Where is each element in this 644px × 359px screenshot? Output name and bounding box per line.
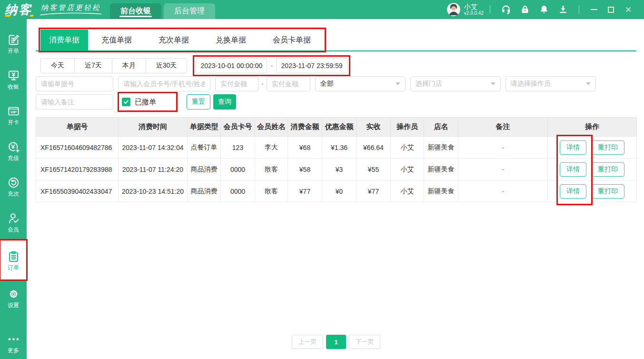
- tab-consume[interactable]: 消费单据: [40, 30, 88, 50]
- table-row: XF165714201792839882023-11-07 11:24:20商品…: [36, 159, 637, 180]
- cell-card_no: 0000: [221, 159, 255, 180]
- current-page-button[interactable]: 1: [326, 335, 346, 349]
- sidebar-item-open-order[interactable]: 开单: [0, 26, 27, 61]
- tab-exchange[interactable]: 兑换单据: [202, 30, 259, 50]
- cell-type: 商品消费: [188, 180, 221, 202]
- remark-input[interactable]: [36, 94, 113, 110]
- detail-button[interactable]: 详情: [560, 140, 586, 155]
- cell-amount: ¥68: [288, 137, 322, 159]
- cell-store: 新疆美食: [424, 159, 458, 180]
- settings-gear-icon: [7, 288, 20, 300]
- date-range-annotated: -: [196, 58, 347, 73]
- member-search-input[interactable]: [118, 76, 210, 91]
- cell-store: 新疆美食: [424, 180, 458, 202]
- cell-time: 2023-10-23 14:51:20: [119, 180, 188, 202]
- sidebar-item-label: 开单: [8, 48, 19, 54]
- cancelled-checkbox[interactable]: [122, 98, 130, 106]
- app-slogan: 纳客管店更轻松: [41, 3, 101, 12]
- sidebar-item-label: 充值: [8, 155, 19, 161]
- topnav-tab-front-cashier[interactable]: 前台收银: [110, 3, 161, 19]
- cell-paid: ¥77: [357, 180, 391, 202]
- cancelled-filter-annotated: 已撤单: [120, 94, 175, 110]
- quick-date-last30days[interactable]: 近30天: [146, 58, 188, 73]
- chevron-down-icon: [491, 82, 495, 85]
- detail-button[interactable]: 详情: [560, 184, 586, 199]
- sidebar-item-members[interactable]: 会员: [0, 204, 27, 240]
- tab-member-card[interactable]: 会员卡单据: [259, 30, 324, 50]
- cell-order_no: XF16571420179283988: [36, 159, 119, 180]
- cell-discount: ¥3: [322, 159, 357, 180]
- reprint-button[interactable]: 重打印: [591, 140, 624, 155]
- annotation-tabs-box: 消费单据充值单据充次单据兑换单据会员卡单据: [40, 30, 324, 50]
- cell-discount: ¥1.36: [322, 137, 357, 159]
- sidebar-item-recharge[interactable]: 充值: [0, 133, 27, 169]
- user-info: 小艾 v2.0.0.42: [447, 3, 484, 16]
- cell-remark: -: [458, 159, 548, 180]
- date-separator: -: [270, 62, 273, 70]
- operator-select[interactable]: 请选择操作员: [505, 76, 596, 91]
- type-select[interactable]: 全部: [315, 76, 406, 91]
- recharge-yen-icon: [7, 140, 20, 153]
- sidebar: 开单收银VIP开卡充值充次会员订单设置更多: [0, 19, 27, 359]
- cell-paid: ¥66.64: [357, 137, 391, 159]
- sidebar-item-settings[interactable]: 设置: [0, 280, 27, 316]
- cell-type: 点餐订单: [188, 137, 221, 159]
- end-date-input[interactable]: [276, 58, 347, 73]
- remark-value: -: [502, 188, 504, 195]
- sidebar-item-orders[interactable]: 订单: [0, 240, 27, 280]
- sidebar-item-label: 更多: [8, 348, 19, 353]
- reprint-button[interactable]: 重打印: [591, 162, 624, 177]
- minimize-button[interactable]: [591, 9, 597, 10]
- user-avatar[interactable]: [447, 3, 460, 16]
- sidebar-item-label: 设置: [8, 302, 19, 308]
- cell-type: 商品消费: [188, 159, 221, 180]
- customer-service-icon[interactable]: [501, 4, 511, 15]
- lock-icon[interactable]: [520, 4, 530, 15]
- operator-select-placeholder: 请选择操作员: [511, 80, 551, 88]
- type-select-value: 全部: [320, 80, 334, 88]
- sidebar-item-vip-card[interactable]: VIP开卡: [0, 97, 27, 133]
- cell-operator: 小艾: [391, 137, 424, 159]
- svg-text:VIP: VIP: [10, 110, 17, 114]
- cell-time: 2023-11-07 11:24:20: [119, 159, 188, 180]
- reset-button[interactable]: 重置: [187, 94, 210, 110]
- prev-page-button[interactable]: 上一页: [292, 335, 323, 349]
- column-header-member: 会员姓名: [255, 118, 288, 137]
- topbar-divider: [579, 5, 579, 14]
- order-no-input[interactable]: [36, 76, 113, 91]
- detail-button[interactable]: 详情: [560, 162, 586, 177]
- quick-date-this-month[interactable]: 本月: [112, 58, 146, 73]
- column-header-actions: 操作: [548, 118, 637, 137]
- recharge-times-icon: [7, 176, 20, 189]
- amount-min-input[interactable]: [215, 76, 258, 91]
- amount-separator: -: [261, 80, 264, 88]
- store-select-placeholder: 选择门店: [416, 80, 442, 88]
- close-button[interactable]: [624, 6, 632, 13]
- tab-recharge-times[interactable]: 充次单据: [145, 30, 202, 50]
- sidebar-item-recharge-times[interactable]: 充次: [0, 169, 27, 204]
- next-page-button[interactable]: 下一页: [349, 335, 380, 349]
- amount-max-input[interactable]: [267, 76, 310, 91]
- reprint-button[interactable]: 重打印: [591, 184, 624, 199]
- cell-amount: ¥58: [288, 159, 322, 180]
- download-icon[interactable]: [558, 4, 568, 15]
- sidebar-item-cashier[interactable]: 收银: [0, 61, 27, 97]
- cell-amount: ¥77: [288, 180, 322, 202]
- chevron-down-icon: [396, 82, 400, 85]
- pagination: 上一页 1 下一页: [36, 335, 636, 349]
- quick-date-last7days[interactable]: 近7天: [74, 58, 112, 73]
- topnav-tab-back-admin[interactable]: 后台管理: [164, 3, 215, 19]
- notification-bell-icon[interactable]: [539, 4, 549, 15]
- tab-recharge[interactable]: 充值单据: [88, 30, 145, 50]
- maximize-icon: [608, 7, 614, 13]
- quick-date-today[interactable]: 今天: [40, 58, 75, 73]
- cell-actions: 详情重打印: [548, 137, 637, 159]
- search-button[interactable]: 查询: [213, 94, 236, 110]
- start-date-input[interactable]: [196, 58, 267, 73]
- column-header-amount: 消费金额: [288, 118, 322, 137]
- column-header-operator: 操作员: [391, 118, 424, 137]
- store-select[interactable]: 选择门店: [410, 76, 501, 91]
- sidebar-item-more[interactable]: 更多: [0, 330, 27, 355]
- maximize-button[interactable]: [608, 7, 614, 13]
- remark-value: -: [502, 166, 504, 173]
